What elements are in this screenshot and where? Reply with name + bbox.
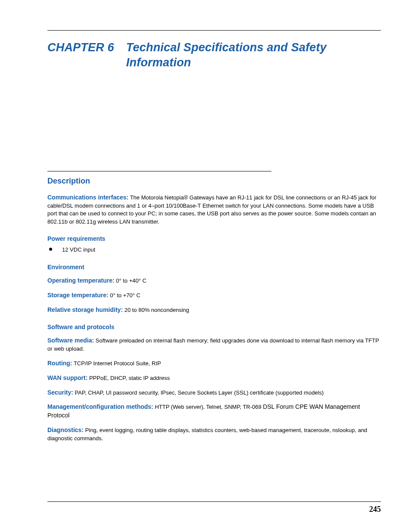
wan-row: WAN support: PPPoE, DHCP, static IP addr… (47, 374, 381, 383)
op-temp-label: Operating temperature: (47, 277, 115, 284)
body-content: Description Communications interfaces: T… (47, 171, 381, 442)
operating-temp-row: Operating temperature: 0° to +40° C (47, 277, 381, 285)
env-heading: Environment (47, 264, 381, 271)
software-media-row: Software media: Software preloaded on in… (47, 336, 381, 353)
op-temp-val: 0° to +40° C (115, 277, 146, 284)
diag-row: Diagnostics: Ping, event logging, routin… (47, 426, 381, 442)
storage-temp-row: Storage temperature: 0° to +70° C (47, 291, 381, 300)
st-temp-val: 0° to +70° C (109, 292, 140, 299)
power-heading: Power requirements (47, 235, 381, 242)
routing-row: Routing: TCP/IP Internet Protocol Suite,… (47, 359, 381, 368)
st-temp-label: Storage temperature: (47, 292, 109, 299)
power-item: 12 VDC input (47, 246, 381, 254)
security-row: Security: PAP, CHAP, UI password securit… (47, 389, 381, 397)
routing-label: Routing: (47, 360, 72, 367)
hum-label: Relative storage humidity: (47, 306, 123, 313)
sec-val: PAP, CHAP, UI password security, IPsec, … (73, 389, 324, 396)
comm-label: Communications interfaces: (47, 194, 128, 201)
wan-label: WAN support: (47, 374, 87, 381)
humidity-row: Relative storage humidity: 20 to 80% non… (47, 306, 381, 314)
mgmt-label: Management/configuration methods: (47, 403, 153, 410)
diag-label: Diagnostics: (47, 426, 84, 433)
communications-paragraph: Communications interfaces: The Motorola … (47, 193, 381, 226)
page-number: 245 (369, 505, 381, 514)
mgmt-val-a: HTTP (Web server), Telnet, SNMP, TR-069 (153, 404, 263, 410)
software-heading: Software and protocols (47, 324, 381, 330)
diag-val: Ping, event logging, routing table displ… (47, 427, 367, 442)
chapter-title: CHAPTER 6 Technical Specifications and S… (47, 40, 381, 70)
top-rule (47, 30, 381, 31)
hum-val: 20 to 80% noncondensing (123, 307, 189, 313)
media-val: Software preloaded on internal flash mem… (47, 337, 379, 352)
bottom-rule (47, 501, 381, 502)
section-heading: Description (47, 177, 381, 186)
media-label: Software media: (47, 337, 94, 344)
wan-val: PPPoE, DHCP, static IP address (87, 375, 170, 381)
chapter-label: CHAPTER 6 (47, 40, 114, 55)
section-rule (47, 171, 271, 171)
power-list: 12 VDC input (47, 246, 381, 254)
routing-val: TCP/IP Internet Protocol Suite, RIP (72, 360, 161, 367)
mgmt-row: Management/configuration methods: HTTP (… (47, 403, 381, 420)
sec-label: Security: (47, 389, 73, 396)
chapter-text: Technical Specifications and Safety Info… (126, 40, 381, 70)
document-page: CHAPTER 6 Technical Specifications and S… (0, 0, 411, 532)
